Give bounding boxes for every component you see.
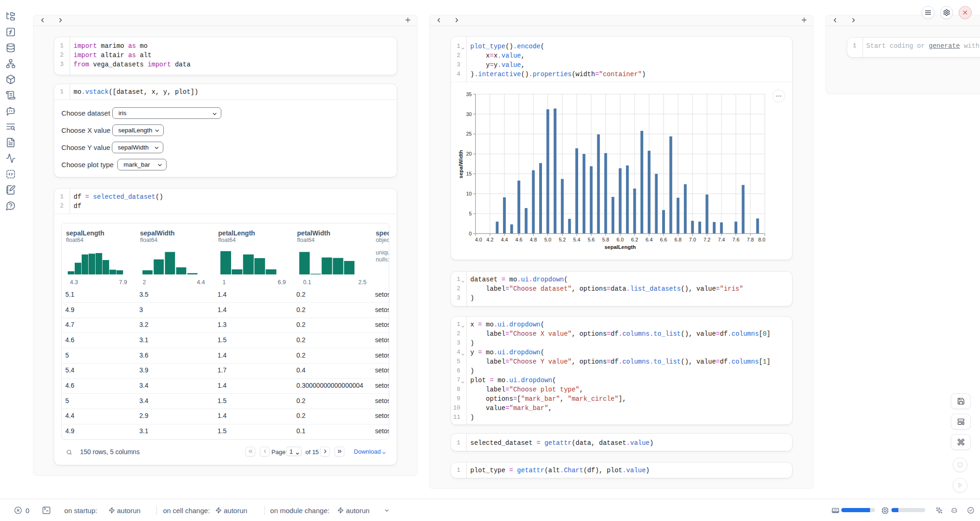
svg-text:5.4: 5.4 — [573, 236, 580, 242]
svg-text:4.6: 4.6 — [516, 236, 522, 242]
svg-text:4.8: 4.8 — [530, 236, 537, 242]
svg-text:6.2: 6.2 — [631, 236, 638, 242]
svg-text:5.0: 5.0 — [544, 236, 551, 242]
svg-text:8.0: 8.0 — [758, 236, 765, 242]
svg-text:5.6: 5.6 — [587, 236, 594, 242]
svg-text:4.4: 4.4 — [501, 236, 508, 242]
svg-text:5.2: 5.2 — [559, 236, 566, 242]
svg-text:7.0: 7.0 — [689, 236, 696, 242]
svg-text:5.8: 5.8 — [602, 236, 609, 242]
svg-text:4.0: 4.0 — [475, 236, 482, 242]
svg-text:20: 20 — [466, 151, 471, 156]
svg-text:6.6: 6.6 — [660, 236, 667, 242]
svg-text:15: 15 — [466, 171, 471, 176]
svg-text:7.8: 7.8 — [747, 236, 754, 242]
svg-text:7.6: 7.6 — [732, 236, 739, 242]
svg-text:10: 10 — [466, 191, 471, 196]
svg-text:4.2: 4.2 — [486, 236, 493, 242]
svg-text:7.2: 7.2 — [703, 236, 710, 242]
svg-text:sepalLength: sepalLength — [605, 244, 636, 250]
svg-text:7.4: 7.4 — [718, 236, 725, 242]
svg-text:35: 35 — [466, 91, 471, 97]
svg-text:sepalWidth: sepalWidth — [458, 150, 464, 178]
svg-text:6.0: 6.0 — [617, 236, 624, 242]
svg-text:0: 0 — [469, 230, 472, 236]
svg-text:6.8: 6.8 — [675, 236, 682, 242]
svg-text:30: 30 — [466, 111, 471, 117]
svg-text:5: 5 — [469, 210, 472, 216]
svg-text:6.4: 6.4 — [645, 236, 652, 242]
svg-text:25: 25 — [466, 131, 471, 137]
